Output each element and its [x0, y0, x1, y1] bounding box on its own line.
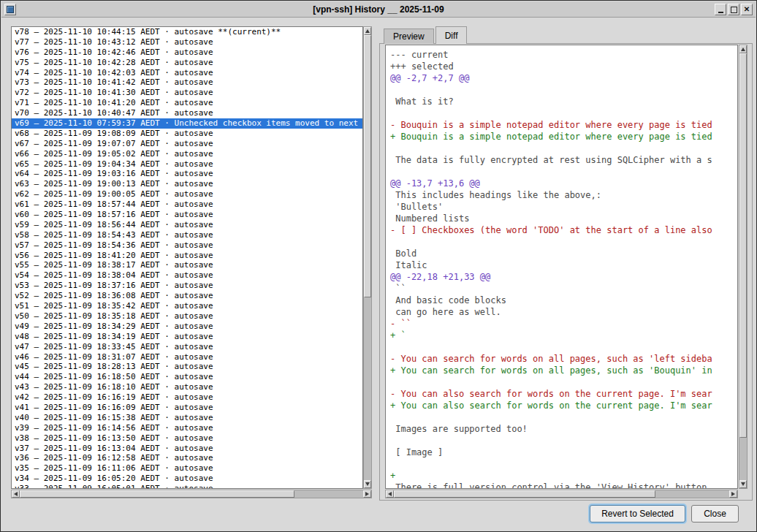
diff-line: There is full version control via the 'V… [390, 482, 737, 489]
list-item[interactable]: v49 — 2025-11-09 18:34:29 AEDT · autosav… [12, 322, 362, 332]
arrow-right-icon [731, 492, 735, 496]
scrollbar-trough[interactable] [739, 53, 747, 480]
scrollbar-thumb[interactable] [364, 35, 371, 297]
diff-line [390, 341, 737, 353]
diff-line: + [390, 470, 737, 482]
diff-line: + You can also search for words on the c… [390, 400, 737, 411]
list-item[interactable]: v54 — 2025-11-09 18:38:04 AEDT · autosav… [12, 270, 362, 281]
list-item[interactable]: v43 — 2025-11-09 16:18:10 AEDT · autosav… [12, 382, 362, 392]
scroll-left-button[interactable] [386, 490, 394, 498]
list-item[interactable]: v56 — 2025-11-09 18:41:20 AEDT · autosav… [12, 251, 362, 261]
history-scrollbar-vertical[interactable] [363, 26, 372, 489]
list-item[interactable]: v38 — 2025-11-09 16:13:50 AEDT · autosav… [12, 433, 362, 444]
list-item[interactable]: v64 — 2025-11-09 19:03:16 AEDT · autosav… [12, 169, 362, 179]
diff-line: Italic [390, 259, 737, 271]
history-window: [vpn-ssh] History __ 2025-11-09 ✕ v78 — … [0, 0, 757, 532]
list-item[interactable]: v75 — 2025-11-10 10:42:28 AEDT · autosav… [12, 58, 362, 68]
list-item[interactable]: v40 — 2025-11-09 16:15:38 AEDT · autosav… [12, 413, 362, 423]
list-item[interactable]: v74 — 2025-11-10 10:42:03 AEDT · autosav… [12, 68, 362, 78]
minimize-button[interactable] [715, 4, 726, 15]
list-item[interactable]: v33 — 2025-11-09 16:05:01 AEDT · autosav… [12, 484, 362, 489]
scroll-right-button[interactable] [729, 490, 737, 498]
list-item[interactable]: v44 — 2025-11-09 16:18:50 AEDT · autosav… [12, 372, 362, 382]
list-item[interactable]: v41 — 2025-11-09 16:16:09 AEDT · autosav… [12, 403, 362, 413]
notebook-tabs: Preview Diff [384, 27, 468, 44]
list-item[interactable]: v62 — 2025-11-09 19:00:05 AEDT · autosav… [12, 189, 362, 200]
list-item[interactable]: v45 — 2025-11-09 18:28:13 AEDT · autosav… [12, 362, 362, 372]
list-item[interactable]: v69 — 2025-11-10 07:59:37 AEDT · Uncheck… [12, 118, 362, 129]
arrow-right-icon [365, 492, 369, 496]
list-item[interactable]: v50 — 2025-11-09 18:35:18 AEDT · autosav… [12, 311, 362, 322]
scrollbar-thumb[interactable] [394, 490, 655, 498]
list-item[interactable]: v70 — 2025-11-10 10:40:47 AEDT · autosav… [12, 108, 362, 118]
list-item[interactable]: v48 — 2025-11-09 18:34:19 AEDT · autosav… [12, 332, 362, 342]
list-item[interactable]: v61 — 2025-11-09 18:57:44 AEDT · autosav… [12, 200, 362, 210]
list-item[interactable]: v39 — 2025-11-09 16:14:56 AEDT · autosav… [12, 423, 362, 433]
list-item[interactable]: v66 — 2025-11-09 19:05:02 AEDT · autosav… [12, 149, 362, 159]
minimize-icon [718, 12, 723, 13]
close-icon: ✕ [744, 6, 750, 13]
list-item[interactable]: v71 — 2025-11-10 10:41:20 AEDT · autosav… [12, 98, 362, 108]
list-item[interactable]: v68 — 2025-11-09 19:08:09 AEDT · autosav… [12, 129, 362, 139]
list-item[interactable]: v34 — 2025-11-09 16:05:20 AEDT · autosav… [12, 474, 362, 484]
list-item[interactable]: v47 — 2025-11-09 18:33:45 AEDT · autosav… [12, 342, 362, 352]
arrow-up-icon [741, 48, 745, 51]
diff-line: @@ -2,7 +2,7 @@ [390, 72, 737, 84]
list-item[interactable]: v72 — 2025-11-10 10:41:30 AEDT · autosav… [12, 88, 362, 98]
list-item[interactable]: v73 — 2025-11-10 10:41:42 AEDT · autosav… [12, 77, 362, 88]
scrollbar-thumb[interactable] [739, 53, 747, 438]
diff-line: [ Image ] [390, 446, 737, 458]
list-item[interactable]: v51 — 2025-11-09 18:35:42 AEDT · autosav… [12, 301, 362, 311]
list-item[interactable]: v55 — 2025-11-09 18:38:17 AEDT · autosav… [12, 260, 362, 270]
close-button[interactable]: ✕ [741, 4, 753, 15]
list-item[interactable]: v59 — 2025-11-09 18:56:44 AEDT · autosav… [12, 220, 362, 230]
diff-line: This includes headings like the above,: [390, 189, 737, 201]
diff-line [390, 376, 737, 388]
history-list[interactable]: v78 — 2025-11-10 10:44:15 AEDT · autosav… [11, 26, 363, 489]
scroll-right-button[interactable] [363, 490, 371, 498]
list-item[interactable]: v42 — 2025-11-09 16:16:19 AEDT · autosav… [12, 392, 362, 403]
diff-line: @@ -13,7 +13,6 @@ [390, 178, 737, 189]
diff-line: The data is fully encrypted at rest usin… [390, 154, 737, 166]
tab-preview[interactable]: Preview [384, 28, 434, 44]
history-scrollbar-horizontal[interactable] [11, 490, 372, 498]
scroll-down-button[interactable] [364, 480, 371, 488]
diff-line: + You can search for words on all pages,… [390, 365, 737, 376]
tab-diff[interactable]: Diff [435, 26, 468, 44]
scroll-up-button[interactable] [739, 45, 747, 53]
diff-scrollbar-vertical[interactable] [739, 45, 748, 489]
scrollbar-trough[interactable] [20, 490, 363, 498]
list-item[interactable]: v77 — 2025-11-10 10:43:12 AEDT · autosav… [12, 37, 362, 48]
list-item[interactable]: v46 — 2025-11-09 18:31:07 AEDT · autosav… [12, 352, 362, 362]
scrollbar-trough[interactable] [364, 35, 371, 480]
list-item[interactable]: v65 — 2025-11-09 19:04:34 AEDT · autosav… [12, 159, 362, 170]
scrollbar-trough[interactable] [394, 490, 729, 498]
scrollbar-thumb[interactable] [20, 490, 294, 498]
arrow-left-icon [388, 492, 392, 496]
diff-line: - You can search for words on all pages,… [390, 353, 737, 365]
list-item[interactable]: v37 — 2025-11-09 16:13:04 AEDT · autosav… [12, 444, 362, 454]
list-item[interactable]: v58 — 2025-11-09 18:54:43 AEDT · autosav… [12, 230, 362, 240]
list-item[interactable]: v35 — 2025-11-09 16:11:06 AEDT · autosav… [12, 463, 362, 474]
diff-scrollbar-horizontal[interactable] [385, 490, 738, 498]
scroll-left-button[interactable] [12, 490, 20, 498]
list-item[interactable]: v57 — 2025-11-09 18:54:36 AEDT · autosav… [12, 240, 362, 251]
scroll-up-button[interactable] [364, 27, 371, 35]
list-item[interactable]: v53 — 2025-11-09 18:37:16 AEDT · autosav… [12, 281, 362, 291]
list-item[interactable]: v76 — 2025-11-10 10:42:46 AEDT · autosav… [12, 48, 362, 58]
list-item[interactable]: v52 — 2025-11-09 18:36:08 AEDT · autosav… [12, 291, 362, 301]
scroll-down-button[interactable] [739, 480, 747, 488]
list-item[interactable]: v60 — 2025-11-09 18:57:16 AEDT · autosav… [12, 210, 362, 220]
maximize-button[interactable] [728, 4, 739, 15]
window-controls: ✕ [715, 4, 753, 15]
list-item[interactable]: v36 — 2025-11-09 16:12:58 AEDT · autosav… [12, 453, 362, 463]
diff-line: 'Bullets' [390, 201, 737, 213]
diff-text[interactable]: --- current+++ selected@@ -2,7 +2,7 @@ W… [385, 45, 738, 489]
list-item[interactable]: v63 — 2025-11-09 19:00:13 AEDT · autosav… [12, 179, 362, 189]
close-dialog-button[interactable]: Close [691, 505, 739, 522]
list-item[interactable]: v67 — 2025-11-09 19:07:07 AEDT · autosav… [12, 139, 362, 149]
list-item[interactable]: v78 — 2025-11-10 10:44:15 AEDT · autosav… [12, 27, 362, 37]
revert-to-selected-button[interactable]: Revert to Selected [590, 505, 685, 522]
titlebar[interactable]: [vpn-ssh] History __ 2025-11-09 ✕ [1, 1, 756, 18]
diff-line: Bold [390, 248, 737, 259]
